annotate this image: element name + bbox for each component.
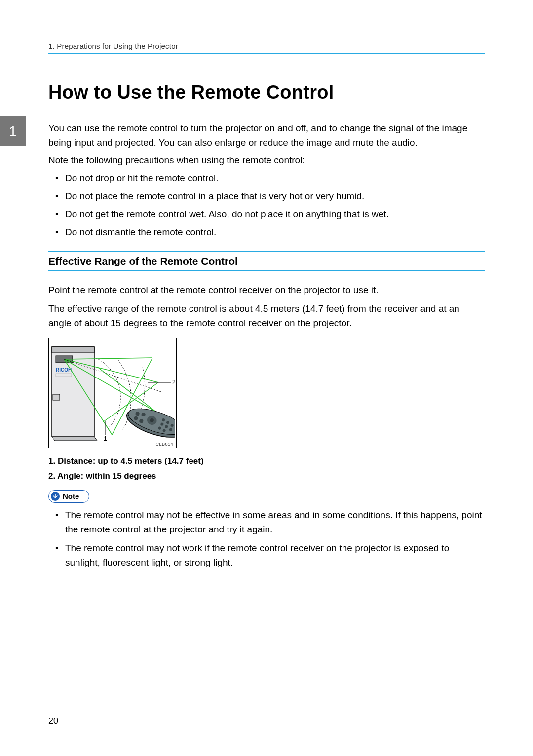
diagram-code: CLB014 xyxy=(155,442,173,447)
section-paragraph-2: The effective range of the remote contro… xyxy=(48,302,485,331)
range-diagram: RICOH 2 xyxy=(48,338,177,448)
page-number: 20 xyxy=(48,716,58,726)
list-item: The remote control may not work if the r… xyxy=(65,541,485,570)
intro-paragraph-1: You can use the remote control to turn t… xyxy=(48,121,485,150)
header-divider xyxy=(48,53,485,54)
diagram-label-2: 2 xyxy=(172,379,175,386)
page-title: How to Use the Remote Control xyxy=(48,82,485,103)
svg-rect-1 xyxy=(52,347,94,353)
list-item: Do not place the remote control in a pla… xyxy=(65,189,485,204)
note-list: The remote control may not be effective … xyxy=(48,508,485,570)
breadcrumb: 1. Preparations for Using the Projector xyxy=(48,42,485,50)
section-heading: Effective Range of the Remote Control xyxy=(48,255,485,267)
list-item: Do not dismantle the remote control. xyxy=(65,226,485,240)
list-item: Do not get the remote control wet. Also,… xyxy=(65,207,485,222)
section-divider-top xyxy=(48,251,485,252)
note-label: Note xyxy=(63,492,79,500)
list-item: Angle: within 15 degrees xyxy=(48,469,485,484)
list-item: Distance: up to 4.5 meters (14.7 feet) xyxy=(48,454,485,469)
svg-rect-4 xyxy=(53,394,60,400)
list-item: Do not drop or hit the remote control. xyxy=(65,171,485,186)
range-spec-list: Distance: up to 4.5 meters (14.7 feet) A… xyxy=(48,454,485,484)
down-arrow-icon xyxy=(51,492,60,501)
list-item: The remote control may not be effective … xyxy=(65,508,485,537)
section-divider-bottom xyxy=(48,270,485,271)
page-content: 1. Preparations for Using the Projector … xyxy=(0,0,533,570)
note-badge: Note xyxy=(48,490,89,503)
precautions-list: Do not drop or hit the remote control. D… xyxy=(48,171,485,239)
intro-paragraph-2: Note the following precautions when usin… xyxy=(48,153,485,167)
diagram-label-1: 1 xyxy=(104,435,107,442)
section-paragraph-1: Point the remote control at the remote c… xyxy=(48,283,485,297)
